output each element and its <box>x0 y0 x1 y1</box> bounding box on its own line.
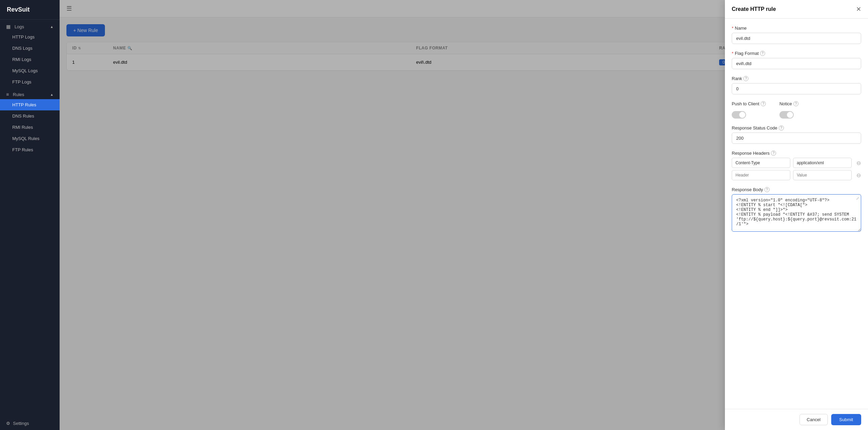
header1-value-input[interactable] <box>793 158 852 168</box>
response-body-label: Response Body ? <box>732 187 861 192</box>
flag-format-input[interactable] <box>732 58 861 69</box>
toggles-group: Push to Client ? Notice ? <box>732 101 861 119</box>
response-body-help-icon[interactable]: ? <box>764 187 770 192</box>
header2-remove-button[interactable]: ⊖ <box>854 171 863 179</box>
flag-format-required: * <box>732 51 733 56</box>
notice-label: Notice ? <box>779 101 799 106</box>
flag-format-label: * Flag Format ? <box>732 51 861 56</box>
sidebar-item-dns-logs[interactable]: DNS Logs <box>0 43 60 54</box>
response-headers-help-icon[interactable]: ? <box>771 151 776 156</box>
settings-item[interactable]: ⚙ Settings <box>0 417 60 430</box>
sidebar-item-http-rules[interactable]: HTTP Rules <box>0 99 60 110</box>
status-code-form-group: Response Status Code ? <box>732 125 861 144</box>
rank-input[interactable] <box>732 83 861 94</box>
flag-format-form-group: * Flag Format ? <box>732 51 861 69</box>
settings-icon: ⚙ <box>6 421 10 426</box>
name-form-group: * Name <box>732 26 861 44</box>
header-row-1: ⊖ <box>732 158 861 168</box>
rules-group-header[interactable]: ≡ Rules ▲ <box>0 88 60 99</box>
sidebar-item-mysql-logs[interactable]: MySQL Logs <box>0 65 60 76</box>
push-to-client-label: Push to Client ? <box>732 101 766 106</box>
rank-label: Rank ? <box>732 76 861 81</box>
rank-help-icon[interactable]: ? <box>743 76 748 81</box>
panel-header: Create HTTP rule ✕ <box>725 0 868 19</box>
panel-close-button[interactable]: ✕ <box>856 5 861 13</box>
response-headers-form-group: Response Headers ? ⊖ ⊖ <box>732 151 861 180</box>
flag-format-help-icon[interactable]: ? <box>760 51 765 56</box>
logs-section: ▦ Logs ▲ HTTP Logs DNS Logs RMI Logs MyS… <box>0 20 60 88</box>
response-body-form-group: Response Body ? ⤢ <box>732 187 861 233</box>
response-body-wrapper: ⤢ <box>732 194 861 233</box>
app-logo: RevSuit <box>0 0 60 20</box>
rules-chevron: ▲ <box>50 93 53 96</box>
response-body-textarea[interactable] <box>732 194 861 232</box>
response-headers-label: Response Headers ? <box>732 151 861 156</box>
cancel-button[interactable]: Cancel <box>800 414 827 425</box>
sidebar-item-dns-rules[interactable]: DNS Rules <box>0 110 60 122</box>
sidebar-item-ftp-logs[interactable]: FTP Logs <box>0 76 60 88</box>
rules-section: ≡ Rules ▲ HTTP Rules DNS Rules RMI Rules… <box>0 88 60 155</box>
header1-key-input[interactable] <box>732 158 790 168</box>
name-required: * <box>732 26 733 31</box>
rules-icon: ≡ <box>6 92 9 97</box>
sidebar-item-mysql-rules[interactable]: MySQL Rules <box>0 133 60 144</box>
push-to-client-group: Push to Client ? <box>732 101 766 119</box>
panel-title: Create HTTP rule <box>732 6 776 12</box>
logs-chevron: ▲ <box>50 25 53 29</box>
status-code-label: Response Status Code ? <box>732 125 861 130</box>
logs-icon: ▦ <box>6 24 11 29</box>
name-input[interactable] <box>732 33 861 44</box>
push-to-client-toggle[interactable] <box>732 111 746 119</box>
panel-footer: Cancel Submit <box>725 409 868 430</box>
sidebar-item-ftp-rules[interactable]: FTP Rules <box>0 144 60 155</box>
header1-remove-button[interactable]: ⊖ <box>854 159 863 167</box>
rank-form-group: Rank ? <box>732 76 861 94</box>
notice-group: Notice ? <box>779 101 799 119</box>
header-row-2: ⊖ <box>732 170 861 180</box>
name-label: * Name <box>732 26 861 31</box>
create-rule-panel: Create HTTP rule ✕ * Name * Flag Format … <box>725 0 868 430</box>
push-to-client-help-icon[interactable]: ? <box>761 101 766 106</box>
header2-key-input[interactable] <box>732 170 790 180</box>
sidebar-item-rmi-rules[interactable]: RMI Rules <box>0 122 60 133</box>
status-code-help-icon[interactable]: ? <box>779 125 784 130</box>
sidebar-item-http-logs[interactable]: HTTP Logs <box>0 31 60 43</box>
expand-icon[interactable]: ⤢ <box>856 196 859 201</box>
header2-value-input[interactable] <box>793 170 852 180</box>
sidebar-item-rmi-logs[interactable]: RMI Logs <box>0 54 60 65</box>
status-code-input[interactable] <box>732 133 861 144</box>
notice-toggle[interactable] <box>779 111 794 119</box>
sidebar: RevSuit ▦ Logs ▲ HTTP Logs DNS Logs RMI … <box>0 0 60 430</box>
panel-body: * Name * Flag Format ? Rank ? <box>725 19 868 409</box>
notice-help-icon[interactable]: ? <box>793 101 799 106</box>
logs-group-header[interactable]: ▦ Logs ▲ <box>0 20 60 31</box>
submit-button[interactable]: Submit <box>831 414 861 425</box>
